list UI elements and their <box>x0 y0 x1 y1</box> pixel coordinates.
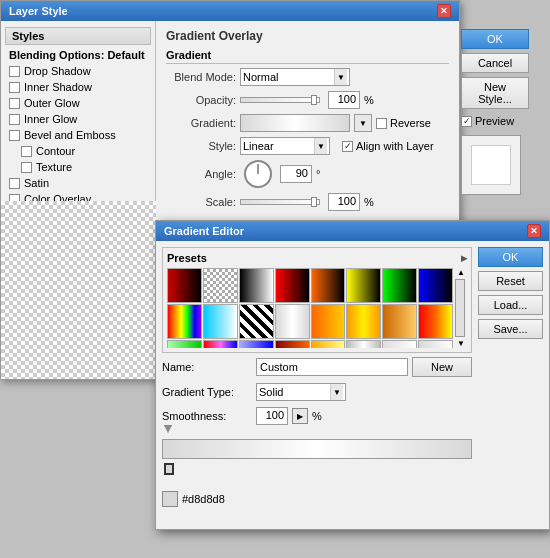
sidebar-item-contour[interactable]: Contour <box>1 143 155 159</box>
sidebar-item-blending[interactable]: Blending Options: Default <box>1 47 155 63</box>
name-row: Name: New <box>162 357 472 377</box>
preset-swatch-6[interactable] <box>346 268 381 303</box>
name-input[interactable] <box>256 358 408 376</box>
gradient-type-value: Solid <box>259 386 330 398</box>
style-dropdown[interactable]: Linear ▼ <box>240 137 330 155</box>
align-layer-checkbox[interactable] <box>342 141 353 152</box>
gradient-bar-container <box>162 435 472 463</box>
sidebar-item-satin[interactable]: Satin <box>1 175 155 191</box>
smoothness-stepper-icon[interactable]: ▶ <box>292 408 308 424</box>
style-row: Style: Linear ▼ Align with Layer <box>166 137 449 155</box>
new-style-button[interactable]: New Style... <box>461 77 529 109</box>
preset-swatch-21[interactable] <box>311 340 346 348</box>
scale-unit: % <box>364 196 374 208</box>
align-layer-label: Align with Layer <box>342 140 434 152</box>
blending-label: Blending Options: Default <box>9 49 145 61</box>
reverse-checkbox[interactable] <box>376 118 387 129</box>
new-gradient-button[interactable]: New <box>412 357 472 377</box>
scale-label: Scale: <box>166 196 236 208</box>
gradient-dropdown-arrow-icon[interactable]: ▼ <box>354 114 372 132</box>
preset-swatch-17[interactable] <box>167 340 202 348</box>
preview-option: Preview <box>461 115 529 127</box>
sidebar-item-texture[interactable]: Texture <box>1 159 155 175</box>
angle-dial[interactable] <box>244 160 272 188</box>
gradient-save-button[interactable]: Save... <box>478 319 543 339</box>
opacity-slider[interactable] <box>240 97 320 103</box>
preset-swatch-13[interactable] <box>311 304 346 339</box>
inner-glow-checkbox[interactable] <box>9 114 20 125</box>
sidebar-item-bevel-emboss[interactable]: Bevel and Emboss <box>1 127 155 143</box>
satin-checkbox[interactable] <box>9 178 20 189</box>
preset-swatch-9[interactable] <box>167 304 202 339</box>
preset-swatch-24[interactable] <box>418 340 453 348</box>
preset-swatch-1[interactable] <box>167 268 202 303</box>
preset-swatch-2[interactable] <box>203 268 238 303</box>
gradient-editor-window: Gradient Editor ✕ Presets ▶ <box>155 220 550 530</box>
gradient-type-label: Gradient Type: <box>162 386 252 398</box>
presets-scrollbar-up-icon[interactable]: ▲ <box>455 268 467 277</box>
opacity-value[interactable]: 100 <box>328 91 360 109</box>
scale-slider[interactable] <box>240 199 320 205</box>
reverse-label: Reverse <box>390 117 431 129</box>
sidebar-item-outer-glow[interactable]: Outer Glow <box>1 95 155 111</box>
color-stop-left[interactable] <box>164 463 174 475</box>
reverse-checkbox-label: Reverse <box>376 117 431 129</box>
preset-swatch-15[interactable] <box>382 304 417 339</box>
gradient-load-button[interactable]: Load... <box>478 295 543 315</box>
sidebar-item-drop-shadow[interactable]: Drop Shadow <box>1 63 155 79</box>
presets-scrollbar-thumb[interactable] <box>455 279 465 337</box>
gradient-ok-button[interactable]: OK <box>478 247 543 267</box>
preset-swatch-22[interactable] <box>346 340 381 348</box>
opacity-thumb[interactable] <box>311 95 317 105</box>
preset-swatch-3[interactable] <box>239 268 274 303</box>
preset-swatch-19[interactable] <box>239 340 274 348</box>
scale-value[interactable]: 100 <box>328 193 360 211</box>
presets-scrollbar-down-icon[interactable]: ▼ <box>455 339 467 348</box>
outer-glow-checkbox[interactable] <box>9 98 20 109</box>
style-label: Style: <box>166 140 236 152</box>
preset-swatch-14[interactable] <box>346 304 381 339</box>
color-indicator-row: #d8d8d8 <box>162 491 472 507</box>
angle-value[interactable]: 90 <box>280 165 312 183</box>
opacity-unit: % <box>364 94 374 106</box>
subsection-title: Gradient <box>166 49 449 64</box>
gradient-label: Gradient: <box>166 117 236 129</box>
angle-line <box>258 164 259 174</box>
preset-swatch-8[interactable] <box>418 268 453 303</box>
preset-swatch-11[interactable] <box>239 304 274 339</box>
preset-swatch-7[interactable] <box>382 268 417 303</box>
preset-swatch-20[interactable] <box>275 340 310 348</box>
gradient-editor-close-icon[interactable]: ✕ <box>527 224 541 238</box>
ok-button[interactable]: OK <box>461 29 529 49</box>
preset-swatch-16[interactable] <box>418 304 453 339</box>
gradient-reset-button[interactable]: Reset <box>478 271 543 291</box>
sidebar-item-inner-glow[interactable]: Inner Glow <box>1 111 155 127</box>
smoothness-value[interactable]: 100 <box>256 407 288 425</box>
gradient-preview[interactable] <box>240 114 350 132</box>
drop-shadow-checkbox[interactable] <box>9 66 20 77</box>
inner-shadow-checkbox[interactable] <box>9 82 20 93</box>
gradient-type-dropdown[interactable]: Solid ▼ <box>256 383 346 401</box>
contour-checkbox[interactable] <box>21 146 32 157</box>
sidebar-item-inner-shadow[interactable]: Inner Shadow <box>1 79 155 95</box>
preset-swatch-23[interactable] <box>382 340 417 348</box>
styles-panel-header: Styles <box>5 27 151 45</box>
texture-checkbox[interactable] <box>21 162 32 173</box>
preset-swatch-10[interactable] <box>203 304 238 339</box>
preview-checkbox[interactable] <box>461 116 472 127</box>
close-icon[interactable]: ✕ <box>437 4 451 18</box>
color-preview[interactable] <box>162 491 178 507</box>
gradient-bar[interactable] <box>162 439 472 459</box>
bevel-emboss-checkbox[interactable] <box>9 130 20 141</box>
blend-mode-dropdown[interactable]: Normal ▼ <box>240 68 350 86</box>
preset-swatch-18[interactable] <box>203 340 238 348</box>
presets-scroll-icon[interactable]: ▶ <box>461 254 467 263</box>
blend-mode-label: Blend Mode: <box>166 71 236 83</box>
cancel-button[interactable]: Cancel <box>461 53 529 73</box>
preset-swatch-5[interactable] <box>311 268 346 303</box>
opacity-stop-left[interactable] <box>164 425 172 433</box>
preset-swatch-12[interactable] <box>275 304 310 339</box>
style-arrow-icon: ▼ <box>314 138 327 154</box>
scale-thumb[interactable] <box>311 197 317 207</box>
preset-swatch-4[interactable] <box>275 268 310 303</box>
